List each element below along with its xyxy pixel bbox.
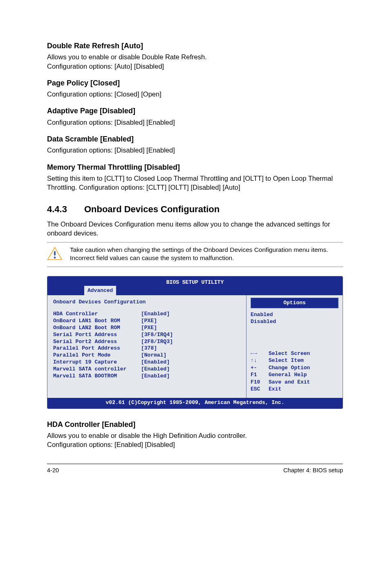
bios-row: Serial Port1 Address[3F8/IRQ4]	[53, 332, 240, 339]
svg-rect-1	[54, 251, 56, 256]
paragraph: Configuration options: [Disabled] [Enabl…	[47, 146, 343, 155]
bios-row-value: [Enabled]	[141, 359, 170, 366]
page-footer: 4-20 Chapter 4: BIOS setup	[47, 464, 343, 475]
bios-title-bar: BIOS SETUP UTILITY Advanced	[47, 276, 343, 295]
bios-nav-text: Select Item	[269, 357, 304, 364]
svg-point-2	[54, 256, 56, 258]
section-adaptive-page: Adaptive Page [Disabled] Configuration o…	[47, 106, 343, 127]
paragraph: Configuration options: [Disabled] [Enabl…	[47, 118, 343, 127]
bios-nav-row: ↑↓Select Item	[251, 357, 338, 364]
page-number: 4-20	[47, 467, 59, 475]
bios-nav-key: ESC	[251, 386, 269, 393]
heading-title: Onboard Devices Configuration	[84, 203, 220, 215]
bios-row-value: [PXE]	[141, 325, 157, 332]
bios-row-value: [Normal]	[141, 352, 166, 359]
bios-row: Parallel Port Address[378]	[53, 345, 240, 352]
bios-nav-text: Change Option	[269, 364, 310, 372]
bios-nav-key: F1	[251, 371, 269, 379]
section-memory-thermal: Memory Thermal Throttling [Disabled] Set…	[47, 162, 343, 192]
bios-nav-text: Exit	[269, 386, 281, 393]
bios-tab-advanced: Advanced	[84, 286, 116, 296]
bios-nav-key: ←→	[251, 350, 269, 357]
bios-option-item: Enabled	[251, 312, 338, 319]
bios-row-value: [378]	[141, 345, 157, 352]
paragraph: Configuration options: [Enabled] [Disabl…	[47, 440, 343, 449]
section-data-scramble: Data Scramble [Enabled] Configuration op…	[47, 134, 343, 155]
bios-row: Serial Port2 Address[2F8/IRQ3]	[53, 339, 240, 346]
bios-title-text: BIOS SETUP UTILITY	[166, 279, 224, 285]
bios-row-label: Parallel Port Address	[53, 345, 141, 352]
subsection-heading: 4.4.3 Onboard Devices Configuration	[47, 203, 343, 215]
bios-nav-text: Save and Exit	[269, 379, 310, 386]
bios-body: Onboard Devices Configuration HDA Contro…	[47, 295, 343, 398]
caution-callout: Take caution when changing the settings …	[47, 242, 343, 267]
bios-row: OnBoard LAN1 Boot ROM[PXE]	[53, 318, 240, 325]
caution-icon	[47, 247, 63, 263]
bios-row-label: Marvell SATA controller	[53, 366, 141, 373]
heading: Double Rate Refresh [Auto]	[47, 41, 343, 51]
bios-row-label: Interrupt 19 Capture	[53, 359, 141, 366]
bios-left-pane: Onboard Devices Configuration HDA Contro…	[47, 295, 247, 398]
bios-nav-key: F10	[251, 379, 269, 386]
bios-options-title: Options	[251, 298, 338, 308]
bios-row-label: Serial Port2 Address	[53, 339, 141, 346]
bios-row-value: [PXE]	[141, 318, 157, 325]
section-page-policy: Page Policy [Closed] Configuration optio…	[47, 78, 343, 99]
bios-screenshot: BIOS SETUP UTILITY Advanced Onboard Devi…	[47, 276, 343, 408]
bios-right-pane: Options Enabled Disabled ←→Select Screen…	[247, 295, 343, 398]
bios-option-item: Disabled	[251, 319, 338, 325]
chapter-label: Chapter 4: BIOS setup	[283, 467, 343, 475]
bios-row-label: OnBoard LAN1 Boot ROM	[53, 318, 141, 325]
bios-row: Parallel Port Mode[Normal]	[53, 352, 240, 359]
bios-row-value: [Enabled]	[141, 311, 170, 318]
bios-row: HDA Controller[Enabled]	[53, 311, 240, 318]
bios-row-label: HDA Controller	[53, 311, 141, 318]
bios-section-title: Onboard Devices Configuration	[53, 298, 240, 306]
bios-row-label: Parallel Port Mode	[53, 352, 141, 359]
paragraph: Configuration options: [Auto] [Disabled]	[47, 62, 343, 71]
heading: Adaptive Page [Disabled]	[47, 106, 343, 116]
bios-nav-key: +-	[251, 364, 269, 372]
bios-nav-text: Select Screen	[269, 350, 310, 357]
bios-row-value: [Enabled]	[141, 366, 170, 373]
paragraph: Allows you to enable or disable Double R…	[47, 52, 343, 61]
bios-footer: v02.61 (C)Copyright 1985-2009, American …	[47, 398, 343, 408]
bios-row-value: [2F8/IRQ3]	[141, 339, 173, 346]
bios-nav-row: ESCExit	[251, 386, 338, 393]
bios-nav-row: F10Save and Exit	[251, 379, 338, 386]
bios-nav-row: ←→Select Screen	[251, 350, 338, 357]
bios-row-value: [Enabled]	[141, 373, 170, 380]
heading: Memory Thermal Throttling [Disabled]	[47, 162, 343, 172]
paragraph: The Onboard Devices Configuration menu i…	[47, 220, 343, 238]
bios-nav-help: ←→Select Screen ↑↓Select Item +-Change O…	[251, 350, 338, 393]
heading: Page Policy [Closed]	[47, 78, 343, 88]
section-hda-controller: HDA Controller [Enabled] Allows you to e…	[47, 420, 343, 449]
bios-row: Marvell SATA controller[Enabled]	[53, 366, 240, 373]
paragraph: Configuration options: [Closed] [Open]	[47, 90, 343, 99]
bios-row-value: [3F8/IRQ4]	[141, 332, 173, 339]
bios-nav-row: F1General Help	[251, 371, 338, 379]
bios-row-label: OnBoard LAN2 Boot ROM	[53, 325, 141, 332]
bios-row: OnBoard LAN2 Boot ROM[PXE]	[53, 325, 240, 332]
bios-row-label: Marvell SATA BOOTROM	[53, 373, 141, 380]
heading: HDA Controller [Enabled]	[47, 420, 343, 429]
caution-text: Take caution when changing the settings …	[70, 246, 341, 263]
bios-row: Marvell SATA BOOTROM[Enabled]	[53, 373, 240, 380]
heading-number: 4.4.3	[47, 203, 67, 215]
paragraph: Setting this item to [CLTT] to Closed Lo…	[47, 174, 343, 192]
paragraph: Allows you to enable or disable the High…	[47, 431, 343, 440]
heading: Data Scramble [Enabled]	[47, 134, 343, 144]
bios-row: Interrupt 19 Capture[Enabled]	[53, 359, 240, 366]
bios-row-label: Serial Port1 Address	[53, 332, 141, 339]
section-double-rate: Double Rate Refresh [Auto] Allows you to…	[47, 41, 343, 71]
bios-nav-key: ↑↓	[251, 357, 269, 364]
bios-nav-row: +-Change Option	[251, 364, 338, 372]
bios-nav-text: General Help	[269, 371, 307, 379]
